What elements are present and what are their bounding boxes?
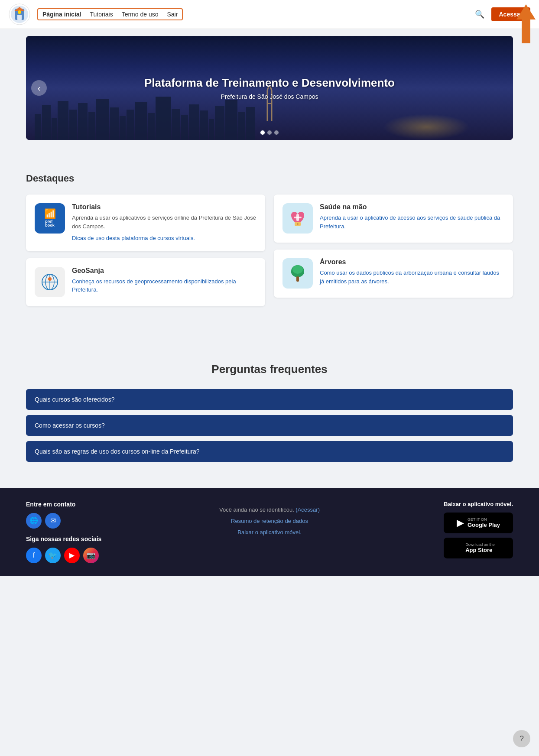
faq-item-2[interactable]: Como acessar os cursos?: [26, 415, 513, 436]
destaques-grid: 📶 prefbook Tutoriais Aprenda a usar os a…: [26, 195, 513, 306]
card-geo-desc: Conheça os recursos de geoprocessamento …: [72, 277, 257, 294]
card-tutoriais-body: Tutoriais Aprenda a usar os aplicativos …: [72, 203, 257, 243]
footer-contact-icons: 🌐 ✉: [26, 513, 177, 529]
nav-item-tutoriais[interactable]: Tutoriais: [90, 11, 113, 18]
prefbook-icon: 📶 prefbook: [35, 203, 65, 234]
arvores-icon: [282, 258, 313, 289]
footer-app: Baixar o aplicativo móvel. ▶ GET IT ON G…: [362, 501, 513, 563]
svg-rect-13: [294, 217, 302, 218]
card-tutoriais-title: Tutoriais: [72, 203, 257, 211]
saude-icon: [282, 203, 313, 234]
arrow-up-icon: [516, 4, 536, 19]
destaques-section: Destaques 📶 prefbook Tutoriais Aprenda a…: [0, 160, 539, 319]
search-button[interactable]: 🔍: [475, 10, 484, 19]
footer-login-line: Você ainda não se identificou. (Acessar): [194, 504, 345, 516]
footer-contact-title: Entre em contato: [26, 501, 177, 508]
card-saude-desc: Aprenda a usar o aplicativo de acesso ao…: [320, 214, 504, 230]
arrow-stem: [522, 19, 530, 43]
card-saude-body: Saúde na mão Aprenda a usar o aplicativo…: [320, 203, 504, 234]
hero-prev-button[interactable]: ‹: [31, 80, 47, 96]
faq-section: Perguntas frequentes Quais cursos são of…: [0, 341, 539, 488]
nav-item-home[interactable]: Página inicial: [42, 11, 81, 18]
card-arvores-body: Árvores Como usar os dados públicos da a…: [320, 258, 504, 289]
destaques-left: 📶 prefbook Tutoriais Aprenda a usar os a…: [26, 195, 265, 306]
hero-content: Plataforma de Treinamento e Desenvolvime…: [144, 76, 395, 100]
logo: [9, 3, 30, 25]
card-geo-body: GeoSanja Conheça os recursos de geoproce…: [72, 267, 257, 298]
app-store-text: Download on the App Store: [465, 542, 495, 553]
footer-facebook-button[interactable]: f: [26, 548, 42, 563]
footer-download-link[interactable]: Baixar o aplicativo móvel.: [237, 529, 301, 535]
nav-item-termo[interactable]: Termo de uso: [122, 11, 159, 18]
hero-subtitle: Prefeitura de São José dos Campos: [144, 93, 395, 100]
faq-item-1[interactable]: Quais cursos são oferecidos?: [26, 389, 513, 410]
faq-title: Perguntas frequentes: [26, 363, 513, 376]
nav-item-sair[interactable]: Sair: [167, 11, 178, 18]
destaques-title: Destaques: [26, 173, 513, 184]
svg-point-5: [18, 10, 21, 14]
footer-twitter-button[interactable]: 🐦: [45, 548, 61, 563]
footer: Entre em contato 🌐 ✉ Siga nossas redes s…: [0, 488, 539, 576]
arrow-indicator: [513, 0, 539, 56]
header: Página inicial Tutoriais Termo de uso Sa…: [0, 0, 539, 29]
google-play-badge[interactable]: ▶ GET IT ON Google Play: [444, 513, 513, 533]
card-arvores[interactable]: Árvores Como usar os dados públicos da a…: [274, 250, 513, 298]
card-tutoriais-link[interactable]: Dicas de uso desta plataforma de cursos …: [72, 234, 257, 243]
app-store-badge[interactable]: Download on the App Store: [444, 538, 513, 558]
destaques-right: Saúde na mão Aprenda a usar o aplicativo…: [274, 195, 513, 306]
footer-retention-link[interactable]: Resumo de retenção de dados: [231, 518, 308, 524]
footer-acessar-link[interactable]: (Acessar): [295, 506, 320, 513]
google-play-icon: ▶: [457, 517, 464, 529]
card-geo[interactable]: GeoSanja Conheça os recursos de geoproce…: [26, 258, 265, 306]
footer-not-identified: Você ainda não se identificou.: [219, 506, 295, 513]
footer-globe-button[interactable]: 🌐: [26, 513, 42, 529]
footer-youtube-button[interactable]: ▶: [64, 548, 80, 563]
svg-rect-20: [296, 276, 299, 282]
geo-icon: [35, 267, 65, 297]
nav-box: Página inicial Tutoriais Termo de uso Sa…: [37, 8, 183, 20]
card-geo-title: GeoSanja: [72, 267, 257, 275]
footer-contact: Entre em contato 🌐 ✉ Siga nossas redes s…: [26, 501, 177, 563]
hero-dot-2[interactable]: [267, 130, 272, 135]
card-saude-title: Saúde na mão: [320, 203, 504, 211]
google-play-text: GET IT ON Google Play: [468, 517, 500, 528]
faq-item-3[interactable]: Quais são as regras de uso dos cursos on…: [26, 441, 513, 462]
hero-title: Plataforma de Treinamento e Desenvolvime…: [144, 76, 395, 90]
svg-point-15: [297, 223, 299, 225]
footer-app-title: Baixar o aplicativo móvel.: [362, 501, 513, 507]
hero-banner: Plataforma de Treinamento e Desenvolvime…: [26, 36, 513, 140]
footer-social-title: Siga nossas redes sociais: [26, 535, 177, 542]
card-arvores-desc: Como usar os dados públicos da arborizaç…: [320, 269, 504, 286]
footer-mail-button[interactable]: ✉: [45, 513, 61, 529]
card-arvores-title: Árvores: [320, 258, 504, 266]
svg-point-19: [292, 265, 303, 274]
hero-dot-3[interactable]: [274, 130, 279, 135]
highway-glow: [383, 114, 470, 140]
svg-rect-4: [17, 15, 22, 20]
footer-instagram-button[interactable]: 📷: [83, 548, 99, 563]
hero-dots: [260, 130, 279, 135]
card-tutoriais[interactable]: 📶 prefbook Tutoriais Aprenda a usar os a…: [26, 195, 265, 251]
footer-social-row: f 🐦 ▶ 📷: [26, 548, 177, 563]
footer-center: Você ainda não se identificou. (Acessar)…: [194, 501, 345, 538]
hero-dot-1[interactable]: [260, 130, 265, 135]
card-tutoriais-desc: Aprenda a usar os aplicativos e serviços…: [72, 214, 257, 230]
card-saude[interactable]: Saúde na mão Aprenda a usar o aplicativo…: [274, 195, 513, 243]
